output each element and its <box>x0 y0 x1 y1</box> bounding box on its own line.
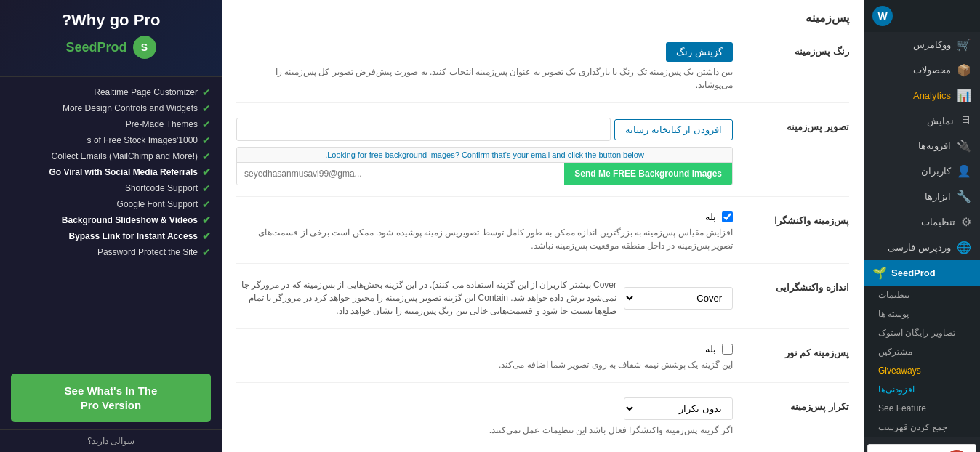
bg-dim-checkbox[interactable] <box>722 344 733 355</box>
main-content-area: پس‌زمینه رنگ پس‌زمینه گزینش رنگ بین داشت… <box>222 0 864 452</box>
bg-size-control: Cover Contain Cover پیشتر کاربران از این… <box>236 278 733 318</box>
check-icon-10: ✔ <box>202 246 211 258</box>
check-icon-3: ✔ <box>202 134 211 146</box>
feature-bypass: ✔ Bypass Link for Instant Access <box>11 228 211 244</box>
promo-headline: Why go Pro? <box>11 11 211 30</box>
feature-design: ✔ More Design Controls and Widgets <box>11 100 211 116</box>
sidebar-item-tools[interactable]: ابزارها 🔧 <box>864 184 980 209</box>
bg-color-control: گزینش رنگ بین داشتن یک پس‌زمینه تک رنگ ب… <box>236 42 733 92</box>
wp-logo-icon: W <box>872 6 893 26</box>
email-input[interactable] <box>237 163 564 185</box>
sidebar-item-woocommerce[interactable]: ووکامرس 🛒 <box>864 32 980 57</box>
feature-stock: ✔ 1000's of Free Stock Images <box>11 132 211 148</box>
seedprod-header[interactable]: SeedProd 🌱 <box>864 260 980 286</box>
woocommerce-icon: 🛒 <box>957 38 971 52</box>
check-icon-2: ✔ <box>202 118 211 130</box>
check-icon-8: ✔ <box>202 214 211 226</box>
media-upload-btn[interactable]: افزودن از کتابخانه رسانه <box>614 119 733 140</box>
sidebar-item-products[interactable]: محصولات 📦 <box>864 57 980 83</box>
analytics-icon: 📊 <box>957 89 971 102</box>
products-icon: 📦 <box>957 63 971 77</box>
feature-viral: ✔ Go Viral with Social Media Referrals <box>11 164 211 180</box>
bg-responsive-control: بله افزایش مقیاس پس‌زمینه به بزرگترین ان… <box>236 211 733 252</box>
seedprod-sub-stock[interactable]: تصاویر رایگان استوک <box>864 323 980 342</box>
feature-realtime: ✔ Realtime Page Customizer <box>11 84 211 100</box>
see-quick-links-btn[interactable]: See Quick Links ▶ <box>867 444 976 452</box>
sidebar-item-analytics[interactable]: Analytics 📊 <box>864 83 980 108</box>
feature-themes: ✔ Pre-Made Themes <box>11 116 211 132</box>
bg-color-description: بین داشتن یک پس‌زمینه تک رنگ با بارگذاری… <box>236 65 733 92</box>
plugins-icon: 🔌 <box>957 139 971 153</box>
promo-header: Why go Pro? S SeedProd <box>0 0 222 77</box>
bg-image-label: تصویر پس‌زمینه <box>747 118 849 132</box>
seedprod-sub-feature[interactable]: See Feature <box>864 399 980 418</box>
bg-size-row: اندازه واکنشگرایی Cover Contain Cover پی… <box>236 278 849 329</box>
promo-cta-btn[interactable]: See What's In The Pro Version <box>11 374 211 422</box>
feature-shortcode: ✔ Shortcode Support <box>11 180 211 196</box>
sidebar-item-wp-farsi[interactable]: وردپرس فارسی 🌐 <box>864 235 980 260</box>
settings-icon: ⚙ <box>961 215 971 229</box>
send-bg-email-btn[interactable]: Send Me FREE Background Images <box>564 163 732 185</box>
bg-responsive-row: پس‌زمینه واکنشگرا بله افزایش مقیاس پس‌زم… <box>236 211 849 264</box>
seedprod-sub-collapse[interactable]: جمع کردن قهرست <box>864 418 980 437</box>
check-icon-9: ✔ <box>202 230 211 242</box>
color-picker-btn[interactable]: گزینش رنگ <box>666 42 733 62</box>
email-bg-row: Send Me FREE Background Images <box>237 162 732 185</box>
bg-responsive-checkbox-label: بله <box>705 211 716 222</box>
promo-logo-text: SeedProd <box>65 40 126 55</box>
bg-repeat-description: اگر گزینه پس‌زمینه واکنشگرا فعال باشد ای… <box>236 424 733 437</box>
bg-repeat-select[interactable]: بدون تکرار تکرار تکرار افقی تکرار عمودی <box>624 397 733 420</box>
check-icon-6: ✔ <box>202 182 211 194</box>
feature-fonts: ✔ Google Font Support <box>11 196 211 212</box>
promo-question: سوالی دارید؟ <box>0 429 222 452</box>
seedprod-sub-subscribers[interactable]: مشترکین <box>864 342 980 361</box>
features-list: ✔ Realtime Page Customizer ✔ More Design… <box>0 77 222 366</box>
wp-admin-sidebar: W ووکامرس 🛒 محصولات 📦 Analytics 📊 نمایش … <box>864 0 980 452</box>
check-icon-7: ✔ <box>202 198 211 210</box>
seedprod-sub-settings[interactable]: تنظیمات <box>864 286 980 304</box>
sidebar-item-plugins[interactable]: افزونه‌ها 🔌 <box>864 133 980 158</box>
seedprod-sidebar-section: SeedProd 🌱 تنظیمات پوسته ها تصاویر رایگا… <box>864 260 980 437</box>
feature-bgvideo: ✔ Background Slideshow & Videos <box>11 212 211 228</box>
users-icon: 👤 <box>957 164 971 178</box>
sidebar-item-settings[interactable]: تنظیمات ⚙ <box>864 209 980 235</box>
bg-responsive-label: پس‌زمینه واکنشگرا <box>747 211 849 226</box>
bg-size-description: Cover پیشتر کاربران از این گزینه استفاده… <box>236 278 616 318</box>
check-icon-4: ✔ <box>202 150 211 162</box>
check-icon-1: ✔ <box>202 102 211 114</box>
seedprod-sub-addons[interactable]: افزودنی‌ها <box>864 380 980 399</box>
promo-panel: Why go Pro? S SeedProd ✔ Realtime Page C… <box>0 0 222 452</box>
bg-dim-row: پس‌زمینه کم نور بله این گزینه یک پوشش نی… <box>236 344 849 383</box>
media-url-input[interactable] <box>236 118 611 141</box>
feature-emails: ✔ Collect Emails (MailChimp and More!) <box>11 148 211 164</box>
bg-color-row: رنگ پس‌زمینه گزینش رنگ بین داشتن یک پس‌ز… <box>236 42 849 103</box>
bg-repeat-label: تکرار پس‌زمینه <box>747 397 849 412</box>
bg-dim-label: پس‌زمینه کم نور <box>747 344 849 358</box>
bg-size-select[interactable]: Cover Contain <box>624 287 733 310</box>
check-icon-0: ✔ <box>202 86 211 98</box>
bg-image-control: افزودن از کتابخانه رسانه Looking for fre… <box>236 118 733 185</box>
sidebar-item-display[interactable]: نمایش 🖥 <box>864 108 980 133</box>
check-icon-5: ✔ <box>202 166 211 178</box>
bg-dim-description: این گزینه یک پوشش نیمه شفاف به روی تصویر… <box>236 358 733 371</box>
tools-icon: 🔧 <box>957 190 971 203</box>
bg-dim-control: بله این گزینه یک پوشش نیمه شفاف به روی ت… <box>236 344 733 371</box>
feature-password: ✔ Password Protect the Site <box>11 244 211 260</box>
wp-logo-area: W <box>864 0 980 32</box>
seedprod-sub-themes[interactable]: پوسته ها <box>864 304 980 323</box>
bg-responsive-checkbox-row: بله <box>236 211 733 222</box>
wp-farsi-icon: 🌐 <box>957 241 971 254</box>
bg-repeat-row: تکرار پس‌زمینه بدون تکرار تکرار تکرار اف… <box>236 397 849 448</box>
email-bg-area: Looking for free background images? Conf… <box>236 147 733 185</box>
bg-dim-checkbox-row: بله <box>236 344 733 355</box>
seedprod-sub-giveaways[interactable]: Giveaways <box>864 361 980 380</box>
bg-responsive-description: افزایش مقیاس پس‌زمینه به بزرگترین اندازه… <box>236 226 733 252</box>
seedprod-logo-circle: S <box>133 36 156 59</box>
sidebar-item-users[interactable]: کاربران 👤 <box>864 158 980 184</box>
seedprod-logo-icon: 🌱 <box>872 266 887 280</box>
bg-responsive-checkbox[interactable] <box>722 211 733 222</box>
page-content: پس‌زمینه رنگ پس‌زمینه گزینش رنگ بین داشت… <box>222 0 864 452</box>
promo-question-link[interactable]: سوالی دارید؟ <box>87 436 134 446</box>
bg-link-text: Looking for free background images? Conf… <box>237 148 732 162</box>
bg-image-row: تصویر پس‌زمینه افزودن از کتابخانه رسانه … <box>236 118 849 197</box>
